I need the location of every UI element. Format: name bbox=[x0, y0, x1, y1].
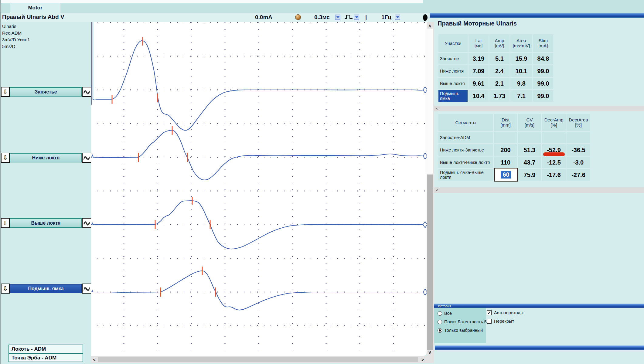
segment-value bbox=[518, 132, 541, 143]
channel-label-below-elbow[interactable]: Ниже локтя bbox=[10, 153, 82, 162]
site-value: 99.0 bbox=[533, 65, 553, 77]
checkbox-unchecked-icon bbox=[487, 319, 492, 324]
abnormal-decrement-marker bbox=[543, 152, 565, 156]
site-row-label[interactable]: Запястье bbox=[438, 53, 468, 64]
table-hscroll[interactable]: < bbox=[434, 106, 644, 111]
site-value: 9.8 bbox=[510, 78, 532, 89]
channel-label-above-elbow[interactable]: Выше локтя bbox=[10, 218, 82, 228]
site-value: 10.4 bbox=[469, 90, 489, 102]
segment-value: 75.9 bbox=[518, 169, 541, 181]
stim-duration-dropdown[interactable] bbox=[335, 15, 340, 20]
site-row-label[interactable]: Выше локтя bbox=[438, 78, 468, 89]
channel-sidebar bbox=[1, 22, 91, 364]
trace-end-diamond bbox=[423, 87, 427, 295]
segment-value bbox=[567, 132, 590, 143]
trace-wrist bbox=[93, 41, 424, 130]
checkbox-overlaid[interactable]: Перекрыт bbox=[487, 319, 514, 324]
waves-icon bbox=[83, 286, 90, 291]
segment-row-label[interactable]: Запястье-ADM bbox=[438, 132, 493, 143]
nerve-name: Ulnaris bbox=[2, 24, 16, 29]
recording-indicator-icon bbox=[423, 14, 428, 21]
segment-value bbox=[494, 132, 517, 143]
chevron-down-icon bbox=[355, 16, 358, 18]
vertical-scrollbar-thumb[interactable] bbox=[427, 29, 433, 174]
channel-move-down-button[interactable]: ⇩ bbox=[1, 153, 10, 163]
col-header-amp: Amp[mV] bbox=[489, 34, 509, 52]
segment-row-label[interactable]: Подмыш. ямка-Выше локтя bbox=[438, 169, 493, 181]
radio-icon bbox=[438, 320, 442, 324]
stim-current-value: 0.0mA bbox=[255, 14, 272, 21]
pulse-shape-dropdown[interactable] bbox=[354, 15, 359, 20]
site-value: 2.4 bbox=[489, 65, 509, 77]
col-header-decrarea: DecrArea[%] bbox=[567, 114, 590, 131]
toolbar-separator: | bbox=[365, 14, 367, 21]
distance-input-selected-text: 60 bbox=[501, 171, 511, 179]
channel-label-wrist[interactable]: Запястье bbox=[10, 87, 82, 97]
segment-value: 200 bbox=[494, 144, 517, 156]
site-value: 1.73 bbox=[489, 90, 509, 102]
scroll-left-icon[interactable]: < bbox=[436, 188, 438, 192]
trace-below-elbow bbox=[91, 130, 424, 180]
segment-value: -27.6 bbox=[567, 169, 590, 181]
site-value: 99.0 bbox=[533, 90, 553, 102]
scroll-left-icon[interactable]: < bbox=[93, 357, 96, 362]
site-value: 84.8 bbox=[533, 53, 553, 64]
radio-show-latency-5[interactable]: Показ.Латентность 5 bbox=[438, 319, 487, 324]
site-value: 2.1 bbox=[489, 78, 509, 89]
checkbox-autoadvance[interactable]: ✓ Автопереход к bbox=[487, 310, 523, 315]
col-header-decramp: DecrAmp[%] bbox=[542, 114, 566, 131]
segment-row-label[interactable]: Выше локтя-Ниже локтя bbox=[438, 157, 493, 168]
gain-setting: 3mV/D Усил1 bbox=[2, 37, 30, 42]
window-left-edge bbox=[0, 0, 1, 364]
channel-move-down-button[interactable]: ⇩ bbox=[1, 284, 10, 294]
chevron-down-icon bbox=[336, 16, 339, 18]
sites-col-header: Участки bbox=[438, 34, 468, 52]
site-button-elbow-adm[interactable]: Локоть - ADM bbox=[9, 345, 83, 353]
site-value: 99.0 bbox=[533, 78, 553, 89]
radio-all[interactable]: Все bbox=[438, 311, 452, 316]
channel-waveform-button[interactable] bbox=[82, 284, 91, 294]
vertical-scrollbar-track[interactable] bbox=[427, 175, 433, 350]
scroll-left-icon[interactable]: < bbox=[436, 106, 438, 111]
right-panel-title-bar bbox=[430, 13, 644, 18]
sites-table: Участки Lat[мс] Amp[mV] Area[ms*mV] Stim… bbox=[438, 34, 553, 102]
history-section-bar: История bbox=[434, 304, 644, 308]
waves-icon bbox=[83, 155, 90, 161]
waves-icon bbox=[83, 89, 90, 95]
sweep-setting: 5ms/D bbox=[2, 44, 15, 49]
trace-above-elbow bbox=[91, 201, 424, 249]
channel-waveform-button[interactable] bbox=[82, 218, 91, 228]
site-row-label-selected[interactable]: Подмыш. ямка bbox=[438, 90, 468, 102]
channel-waveform-button[interactable] bbox=[82, 87, 91, 97]
site-button-erb-adm[interactable]: Точка Эрба - ADM bbox=[9, 353, 83, 362]
scroll-up-icon[interactable]: ∧ bbox=[428, 23, 431, 29]
segment-value: 43.7 bbox=[518, 157, 541, 168]
stim-rate-dropdown[interactable] bbox=[395, 15, 400, 20]
results-panel-title: Правый Моторные Ulnaris bbox=[438, 20, 517, 27]
scroll-right-icon[interactable]: > bbox=[421, 357, 424, 362]
segment-value: -17.6 bbox=[542, 169, 566, 181]
site-value: 7.09 bbox=[469, 65, 489, 77]
table-hscroll[interactable]: < bbox=[434, 187, 644, 193]
window-top-edge bbox=[0, 0, 423, 3]
channel-move-down-button[interactable]: ⇩ bbox=[1, 218, 10, 228]
site-value: 9.61 bbox=[469, 78, 489, 89]
channel-waveform-button[interactable] bbox=[82, 153, 91, 163]
tab-motor[interactable]: Motor bbox=[10, 3, 60, 13]
emg-application-window: Motor Правый Ulnaris Abd V 0.0mA 0.3мс |… bbox=[0, 0, 644, 364]
distance-input[interactable]: 60 bbox=[494, 168, 518, 182]
chevron-down-icon bbox=[396, 16, 399, 18]
stimulus-artifact bbox=[92, 22, 93, 104]
col-header-stim: Stim[mA] bbox=[533, 34, 553, 52]
channel-move-down-button[interactable]: ⇩ bbox=[1, 87, 10, 97]
trace-axilla bbox=[91, 271, 424, 310]
channel-label-axilla[interactable]: Подмыш. ямка bbox=[10, 284, 82, 293]
segment-row-label[interactable]: Ниже локтя-Запястье bbox=[438, 144, 493, 156]
stimulator-probe-icon[interactable] bbox=[295, 14, 301, 20]
page-title: Правый Ulnaris Abd V bbox=[2, 14, 64, 20]
horizontal-scrollbar-thumb[interactable] bbox=[98, 357, 418, 362]
scroll-down-icon[interactable]: ∨ bbox=[428, 350, 431, 355]
col-header-area: Area[ms*mV] bbox=[510, 34, 532, 52]
site-row-label[interactable]: Ниже локтя bbox=[438, 65, 468, 77]
radio-only-selected[interactable]: Только выбранный bbox=[438, 328, 483, 333]
